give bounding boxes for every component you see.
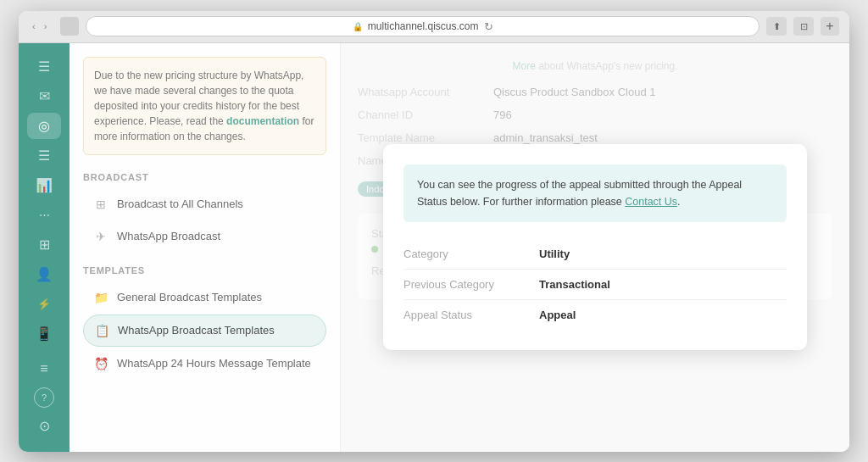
- modal-prev-category-value: Transactional: [539, 278, 610, 291]
- modal-overlay: You can see the progress of the appeal s…: [341, 43, 849, 452]
- general-templates-label: General Broadcast Templates: [117, 291, 262, 303]
- modal-appeal-label: Appeal Status: [403, 309, 539, 321]
- nav-item-whatsapp-broadcast[interactable]: ✈ WhatsApp Broadcast: [83, 221, 326, 252]
- whatsapp-broadcast-label: WhatsApp Broadcast: [117, 230, 220, 242]
- modal-appeal-value: Appeal: [539, 309, 576, 321]
- browser-titlebar: ‹ › 🔒 multichannel.qiscus.com ↻ ⬆ ⊡ +: [19, 11, 849, 43]
- broadcast-section-label: BROADCAST: [83, 172, 326, 182]
- sidebar-item-automation[interactable]: ⚡: [27, 291, 61, 317]
- whatsapp-templates-icon: 📋: [94, 324, 109, 337]
- nav-item-whatsapp-templates[interactable]: 📋 WhatsApp Broadcast Templates: [83, 314, 326, 347]
- sidebar-item-help[interactable]: ?: [34, 387, 54, 408]
- tab-icon: [60, 17, 79, 36]
- browser-actions: ⬆ ⊡ +: [766, 17, 839, 36]
- 24h-templates-icon: ⏰: [93, 357, 108, 370]
- modal-notice-text: You can see the progress of the appeal s…: [417, 179, 742, 208]
- browser-content: ☰ ✉ ◎ ☰ 📊 ⋯ ⊞ 👤 ⚡ 📱 ≡ ? ⊙ Due to the new…: [19, 43, 849, 452]
- new-tab-button[interactable]: +: [821, 17, 839, 36]
- modal-notice-link[interactable]: Contact Us: [625, 196, 677, 208]
- broadcast-all-icon: ⊞: [93, 198, 108, 211]
- nav-item-broadcast-all[interactable]: ⊞ Broadcast to All Channels: [83, 189, 326, 220]
- templates-section-label: TEMPLATES: [83, 265, 326, 276]
- modal-field-prev-category: Previous Category Transactional: [403, 270, 787, 300]
- sidebar-item-phone[interactable]: 📱: [27, 320, 61, 347]
- modal-notice: You can see the progress of the appeal s…: [403, 164, 787, 222]
- whatsapp-broadcast-icon: ✈: [93, 230, 108, 243]
- sidebar: ☰ ✉ ◎ ☰ 📊 ⋯ ⊞ 👤 ⚡ 📱 ≡ ? ⊙: [19, 43, 70, 452]
- general-templates-icon: 📁: [93, 291, 108, 304]
- url-text: multichannel.qiscus.com: [368, 20, 479, 32]
- fullscreen-button[interactable]: ⊡: [793, 17, 814, 36]
- whatsapp-templates-label: WhatsApp Broadcast Templates: [118, 324, 275, 337]
- share-button[interactable]: ⬆: [766, 17, 787, 36]
- browser-window: ‹ › 🔒 multichannel.qiscus.com ↻ ⬆ ⊡ + ☰ …: [19, 11, 849, 452]
- sidebar-item-menu[interactable]: ☰: [27, 53, 61, 80]
- modal-field-category: Category Utility: [403, 239, 787, 270]
- sidebar-bottom: ≡ ? ⊙: [27, 353, 61, 442]
- sidebar-item-settings[interactable]: ≡: [27, 353, 61, 384]
- modal-prev-category-label: Previous Category: [403, 278, 539, 291]
- sidebar-item-share[interactable]: ⋯: [27, 202, 61, 228]
- modal-dialog: You can see the progress of the appeal s…: [383, 144, 807, 350]
- forward-button[interactable]: ›: [41, 19, 51, 33]
- nav-arrows: ‹ ›: [29, 19, 50, 33]
- modal-field-appeal-status: Appeal Status Appeal: [403, 300, 787, 330]
- sidebar-item-profile[interactable]: ⊙: [27, 411, 61, 442]
- nav-item-24h-templates[interactable]: ⏰ WhatsApp 24 Hours Message Template: [83, 348, 326, 379]
- notice-box: Due to the new pricing structure by What…: [83, 57, 326, 155]
- sidebar-item-user[interactable]: 👤: [27, 261, 61, 287]
- sidebar-item-grid[interactable]: ⊞: [27, 231, 61, 258]
- 24h-templates-label: WhatsApp 24 Hours Message Template: [117, 357, 311, 370]
- sidebar-item-mail[interactable]: ✉: [27, 83, 61, 109]
- right-panel: More about WhatsApp's new pricing. Whats…: [341, 43, 849, 452]
- back-button[interactable]: ‹: [29, 19, 39, 33]
- modal-notice-period: .: [677, 196, 680, 208]
- left-panel: Due to the new pricing structure by What…: [70, 43, 341, 452]
- broadcast-all-label: Broadcast to All Channels: [117, 198, 243, 210]
- sidebar-item-chart[interactable]: 📊: [27, 172, 61, 198]
- reload-icon[interactable]: ↻: [484, 20, 493, 33]
- lock-icon: 🔒: [353, 22, 363, 31]
- notice-link[interactable]: documentation: [226, 115, 299, 127]
- sidebar-item-list[interactable]: ☰: [27, 142, 61, 169]
- nav-item-general-templates[interactable]: 📁 General Broadcast Templates: [83, 282, 326, 313]
- modal-category-label: Category: [403, 248, 539, 260]
- modal-category-value: Utility: [539, 248, 570, 260]
- address-bar[interactable]: 🔒 multichannel.qiscus.com ↻: [86, 16, 760, 36]
- sidebar-item-broadcast[interactable]: ◎: [27, 113, 61, 139]
- page-content: Due to the new pricing structure by What…: [70, 43, 849, 452]
